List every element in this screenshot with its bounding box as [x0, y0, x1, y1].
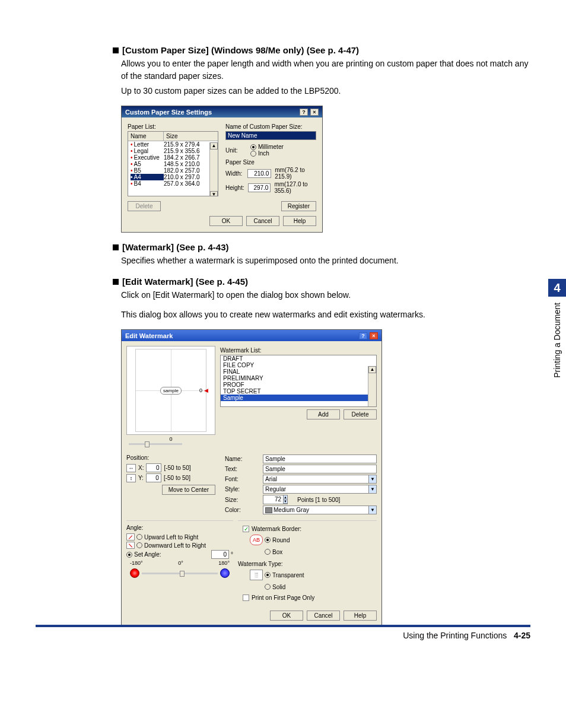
list-item[interactable]: FINAL: [221, 368, 376, 375]
section-edit-watermark-title: [Edit Watermark] (See p. 4-45): [122, 276, 248, 287]
angle-up-icon: [126, 533, 135, 541]
list-item: •Executive184.2 x 266.7: [128, 154, 218, 161]
name-label: Name:: [225, 456, 258, 462]
chevron-down-icon[interactable]: ▼: [368, 485, 377, 494]
section-edit-watermark-desc1: Click on [Edit Watermark] to open the di…: [121, 289, 530, 301]
width-input[interactable]: 210.0: [247, 169, 271, 178]
col-name: Name: [128, 132, 164, 141]
first-page-only-check[interactable]: Print on First Page Only: [243, 595, 372, 601]
pos-y-row: ↕ Y: 0 [-50 to 50]: [126, 473, 215, 482]
list-item: •A4210.0 x 297.0: [128, 174, 218, 180]
list-header: Name Size: [128, 132, 218, 141]
angle-set-radio[interactable]: Set Angle: 0°: [126, 550, 233, 559]
size-label: Size:: [225, 497, 258, 503]
scrollbar[interactable]: ▲▼: [209, 142, 218, 196]
name-input[interactable]: Sample: [263, 454, 377, 463]
custom-paper-dialog: Custom Paper Size Settings ? × Paper Lis…: [121, 106, 323, 233]
size-spinner[interactable]: 72▲▼: [263, 495, 292, 504]
dialog-titlebar: Custom Paper Size Settings ? ×: [122, 106, 322, 117]
x-input[interactable]: 0: [146, 463, 161, 472]
window-buttons: ? ×: [358, 332, 378, 339]
list-item[interactable]: DRAFT: [221, 355, 376, 362]
watermark-list[interactable]: DRAFT FILE COPY FINAL PRELIMINARY PROOF …: [220, 355, 377, 407]
cancel-button[interactable]: Cancel: [307, 611, 340, 621]
spin-down-icon[interactable]: ▼: [284, 500, 287, 504]
chevron-down-icon[interactable]: ▼: [368, 506, 377, 514]
list-item[interactable]: Sample: [221, 395, 376, 401]
angle-slider[interactable]: [130, 568, 230, 578]
chevron-down-icon[interactable]: ▼: [368, 475, 377, 484]
watermark-type-label: Watermark Type:: [238, 559, 377, 568]
style-select[interactable]: Regular: [263, 485, 368, 494]
move-center-button[interactable]: Move to Center: [162, 485, 215, 495]
font-select[interactable]: Arial: [263, 475, 368, 484]
style-label: Style:: [225, 486, 258, 492]
section-edit-watermark-desc2: This dialog box allows you to create new…: [121, 309, 530, 321]
color-select[interactable]: Medium Gray: [263, 506, 368, 514]
text-label: Text:: [225, 466, 258, 472]
list-item[interactable]: PROOF: [221, 382, 376, 388]
scroll-up-icon[interactable]: ▲: [210, 142, 218, 150]
close-icon[interactable]: ×: [370, 332, 378, 339]
spin-up-icon[interactable]: ▲: [284, 495, 287, 500]
watermark-list-label: Watermark List:: [220, 347, 377, 354]
scrollbar[interactable]: ▲▼: [368, 366, 376, 406]
slider-handle-icon[interactable]: ◀: [204, 387, 208, 393]
watermark-border-check[interactable]: Watermark Border:: [243, 526, 372, 532]
close-icon[interactable]: ×: [310, 109, 319, 116]
page-footer: Using the Printing Functions 4-25: [36, 625, 530, 640]
vertical-icon: ↕: [126, 474, 136, 482]
type-solid-radio[interactable]: Solid: [250, 581, 377, 592]
border-round-radio[interactable]: ABRound: [250, 535, 377, 545]
text-input[interactable]: Sample: [263, 465, 377, 473]
type-transparent-radio[interactable]: ░Transparent: [250, 570, 377, 580]
border-box-radio[interactable]: Box: [250, 546, 377, 557]
section-custom-paper-head: [Custom Paper Size] (Windows 98/Me only)…: [113, 45, 530, 55]
angle-downward-radio[interactable]: Downward Left to Right: [126, 542, 233, 549]
preview-zoom-slider[interactable]: [126, 442, 215, 446]
paper-size-label: Paper Size: [225, 159, 316, 166]
y-label: Y:: [138, 475, 144, 481]
section-watermark-desc: Specifies whether a watermark is superim…: [121, 255, 530, 267]
add-button[interactable]: Add: [307, 409, 340, 419]
preview-watermark-text: sample: [160, 387, 182, 395]
ok-button[interactable]: OK: [270, 611, 303, 621]
scroll-down-icon[interactable]: ▼: [368, 406, 376, 407]
help-button[interactable]: Help: [283, 216, 316, 226]
help-icon[interactable]: ?: [300, 109, 308, 116]
list-item[interactable]: PRELIMINARY: [221, 375, 376, 382]
size-hint: Points [1 to 500]: [297, 497, 340, 503]
delete-button[interactable]: Delete: [344, 409, 377, 419]
ok-button[interactable]: OK: [209, 216, 243, 226]
list-item: •B5182.0 x 257.0: [128, 167, 218, 174]
cancel-button[interactable]: Cancel: [246, 216, 279, 226]
y-input[interactable]: 0: [146, 473, 161, 482]
list-item[interactable]: TOP SECRET: [221, 388, 376, 395]
bullet-icon: [113, 279, 119, 285]
dialog-title: Custom Paper Size Settings: [125, 109, 212, 116]
register-button[interactable]: Register: [281, 201, 316, 211]
list-item: •B4257.0 x 364.0: [128, 180, 218, 187]
position-label: Position:: [126, 453, 215, 462]
bullet-icon: [113, 47, 119, 53]
dialog-title: Edit Watermark: [125, 332, 173, 339]
font-label: Font:: [225, 476, 258, 482]
help-icon[interactable]: ?: [359, 332, 367, 339]
help-button[interactable]: Help: [344, 611, 377, 621]
unit-mm-radio[interactable]: Millimeter: [250, 144, 316, 150]
unit-inch-radio[interactable]: Inch: [250, 150, 316, 157]
scroll-down-icon[interactable]: ▼: [210, 191, 218, 196]
window-buttons: ? ×: [299, 108, 319, 116]
custom-name-input[interactable]: New Name: [225, 131, 316, 140]
paper-list[interactable]: Name Size •Letter215.9 x 279.4 •Legal215…: [128, 131, 218, 196]
angle-upward-radio[interactable]: Upward Left to Right: [126, 533, 233, 541]
round-border-icon: AB: [250, 535, 263, 545]
scroll-up-icon[interactable]: ▲: [368, 366, 376, 373]
chapter-tab: 4: [548, 279, 566, 297]
section-watermark-title: [Watermark] (See p. 4-43): [122, 242, 229, 252]
height-input[interactable]: 297.0: [248, 183, 271, 192]
angle-input[interactable]: 0: [211, 550, 229, 559]
watermark-preview: sample 0 ◀: [126, 346, 215, 435]
list-item[interactable]: FILE COPY: [221, 362, 376, 368]
delete-button: Delete: [128, 201, 161, 211]
